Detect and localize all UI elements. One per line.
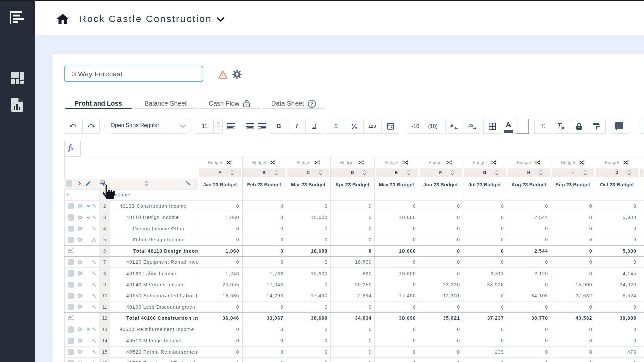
svg-text:?: ?	[311, 101, 314, 106]
svg-text:.00: .00	[468, 124, 473, 128]
svg-text:.0: .0	[450, 124, 453, 128]
